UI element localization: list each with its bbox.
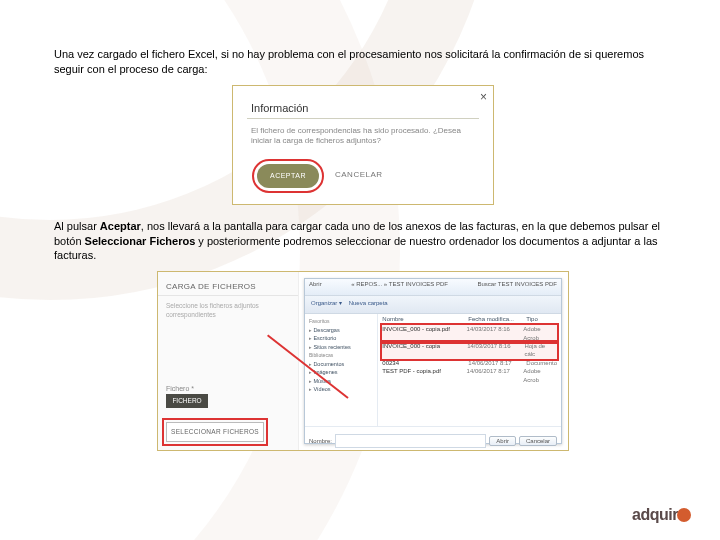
browser-title: Abrir: [309, 281, 322, 295]
toolbar-newfolder[interactable]: Nueva carpeta: [349, 300, 388, 306]
file-row[interactable]: INVOICE_000 - copia 14/03/2017 8:16 Hoja…: [382, 342, 557, 359]
file-list: Nombre Fecha modifica... Tipo INVOICE_00…: [378, 314, 561, 426]
col-name[interactable]: Nombre: [382, 316, 468, 322]
screenshot-dialog: × Información El fichero de corresponden…: [232, 85, 494, 205]
sidebar-item[interactable]: Sitios recientes: [309, 343, 373, 352]
toolbar-organize[interactable]: Organizar ▾: [311, 300, 342, 306]
dialog-message: El fichero de correspondencias ha sido p…: [251, 126, 475, 147]
file-browser: Abrir « REPOS... » TEST INVOICES PDF Bus…: [304, 278, 562, 444]
file-row[interactable]: INVOICE_000 - copia.pdf 14/03/2017 8:16 …: [382, 325, 557, 342]
accept-button[interactable]: ACEPTAR: [257, 164, 319, 188]
panel-subtitle: Seleccione los ficheros adjuntos corresp…: [158, 296, 298, 319]
sidebar-item[interactable]: Documentos: [309, 360, 373, 369]
screenshot-file-upload: CARGA DE FICHEROS Seleccione los fichero…: [157, 271, 569, 451]
filename-input[interactable]: [335, 434, 486, 448]
divider: [247, 118, 479, 119]
fichero-badge: FICHERO: [166, 394, 208, 408]
sidebar-item[interactable]: Música: [309, 377, 373, 386]
upload-panel: CARGA DE FICHEROS Seleccione los fichero…: [158, 272, 299, 450]
file-row[interactable]: 00234 14/06/2017 8:17 Documento: [382, 359, 557, 367]
open-button[interactable]: Abrir: [489, 436, 516, 446]
select-files-button[interactable]: SELECCIONAR FICHEROS: [166, 422, 264, 442]
dialog-title: Información: [251, 102, 308, 114]
sidebar-item[interactable]: Descargas: [309, 326, 373, 335]
paragraph-2: Al pulsar Aceptar, nos llevará a la pant…: [54, 219, 672, 264]
col-date[interactable]: Fecha modifica...: [468, 316, 526, 322]
cancel-button[interactable]: Cancelar: [519, 436, 557, 446]
cancel-button[interactable]: CANCELAR: [335, 170, 383, 179]
filename-label: Nombre:: [309, 438, 332, 444]
browser-path: « REPOS... » TEST INVOICES PDF: [351, 281, 448, 295]
file-row[interactable]: TEST PDF - copia.pdf 14/06/2017 8:17 Ado…: [382, 367, 557, 384]
browser-sidebar: Favoritos Descargas Escritorio Sitios re…: [305, 314, 378, 426]
close-icon[interactable]: ×: [480, 90, 487, 104]
browser-search: Buscar TEST INVOICES PDF: [478, 281, 557, 295]
sidebar-item[interactable]: Escritorio: [309, 334, 373, 343]
paragraph-1: Una vez cargado el fichero Excel, si no …: [54, 47, 672, 77]
brand-logo: adquir: [632, 506, 692, 524]
field-label: Fichero *: [166, 385, 194, 392]
panel-title: CARGA DE FICHEROS: [158, 272, 298, 296]
logo-dot-icon: [677, 508, 691, 522]
col-type[interactable]: Tipo: [526, 316, 537, 322]
